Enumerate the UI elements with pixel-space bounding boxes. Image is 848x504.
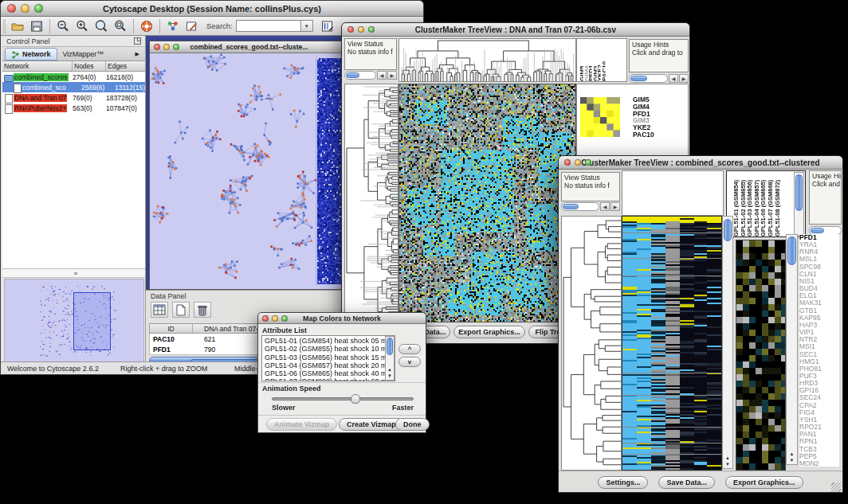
move-down-button[interactable]: v <box>398 357 421 367</box>
animate-vizmap-button[interactable]: Animate Vizmap <box>266 418 337 431</box>
minimize-icon[interactable] <box>358 26 364 33</box>
tv2-gene-scrollbar[interactable]: ▲▼ <box>786 234 798 465</box>
data-header-id[interactable]: ID <box>150 324 193 333</box>
attribute-item[interactable]: GPL51-04 (GSM857) heat shock 20 min <box>262 361 395 369</box>
scroll-right-icon[interactable]: ▶ <box>610 202 620 211</box>
network-row[interactable]: combined_sco2569(6)13112(15) <box>2 82 145 92</box>
network-view-titlebar[interactable]: combined_scores_good.txt--cluste... <box>150 41 348 53</box>
attribute-item[interactable]: GPL51-03 (GSM856) heat shock 15 min <box>262 354 395 361</box>
zoom-window-icon[interactable] <box>173 44 179 50</box>
minimize-icon[interactable] <box>272 315 278 322</box>
attribute-browser-button[interactable] <box>318 18 337 35</box>
move-up-button[interactable]: ^ <box>398 344 421 354</box>
tv2-usage-hints-panel: Usage Hints Click and <box>809 170 842 225</box>
zoom-window-icon[interactable] <box>281 315 288 322</box>
float-panel-icon[interactable] <box>134 37 141 45</box>
scroll-down-icon[interactable]: ▼ <box>723 461 732 467</box>
tv2-heatmap-canvas[interactable] <box>622 216 722 471</box>
scroll-right-icon[interactable]: ▶ <box>679 74 689 83</box>
slider-thumb[interactable] <box>351 394 360 404</box>
gene-label[interactable]: PAC10 <box>633 131 654 139</box>
annotation-button[interactable] <box>183 18 202 35</box>
scroll-left-icon[interactable]: ◀ <box>669 74 678 83</box>
network-row[interactable]: DNA and Tran 07769(0)183728(0) <box>2 92 145 103</box>
help-button[interactable] <box>137 18 156 35</box>
search-dropdown-button[interactable]: ▼ <box>301 20 313 32</box>
scroll-left-icon[interactable]: ◀ <box>377 71 387 80</box>
zoom-window-icon[interactable] <box>585 159 591 166</box>
minimize-icon[interactable] <box>163 44 170 50</box>
open-file-button[interactable] <box>8 18 27 35</box>
scroll-down-icon[interactable]: ▼ <box>787 457 797 463</box>
tv2-mini-heatmap-canvas[interactable] <box>736 240 786 471</box>
close-icon[interactable] <box>7 4 16 13</box>
treeview2-titlebar[interactable]: ClusterMaker TreeView : combined_scores_… <box>559 156 842 170</box>
scroll-up-icon[interactable]: ▲ <box>723 455 732 461</box>
delete-attribute-button[interactable] <box>194 302 211 318</box>
attribute-item[interactable]: GPL51-01 (GSM854) heat shock 05 min <box>262 337 395 345</box>
save-button[interactable] <box>27 18 46 35</box>
control-panel-title: Control Panel <box>6 37 50 45</box>
minimize-icon[interactable] <box>575 159 581 166</box>
scroll-up-icon[interactable]: ▲ <box>787 451 797 457</box>
header-network[interactable]: Network <box>2 61 73 71</box>
zoom-window-icon[interactable] <box>368 26 375 33</box>
scroll-right-icon[interactable]: ▶ <box>387 71 397 80</box>
close-icon[interactable] <box>564 159 571 166</box>
tv2-button-settings[interactable]: Settings... <box>598 476 648 489</box>
tv1-status-scrollbar[interactable]: ◀ ▶ <box>344 71 397 80</box>
scroll-up-icon[interactable]: ▲ <box>386 366 394 373</box>
tv1-usage-scrollbar[interactable]: ◀ ▶ <box>629 74 689 83</box>
resize-grip[interactable] <box>831 483 841 492</box>
close-icon[interactable] <box>154 44 160 50</box>
header-edges[interactable]: Edges <box>106 61 145 71</box>
select-attributes-button[interactable] <box>151 302 168 318</box>
main-titlebar[interactable]: Cytoscape Desktop (Session Name: collins… <box>1 1 423 17</box>
vizmapper-button[interactable] <box>163 18 183 35</box>
zoom-selected-button[interactable] <box>92 18 111 35</box>
zoom-out-button[interactable] <box>53 18 73 35</box>
close-icon[interactable] <box>262 315 269 322</box>
zoom-fit-button[interactable] <box>111 18 130 35</box>
gene-label[interactable]: MON2 <box>799 460 839 467</box>
animation-speed-slider[interactable] <box>272 397 414 400</box>
tv2-column-dendrogram-area[interactable] <box>622 170 724 216</box>
network-row[interactable]: combined_scores2764(0)16218(0) <box>2 72 145 82</box>
close-icon[interactable] <box>347 26 354 33</box>
zoom-in-button[interactable] <box>73 18 92 35</box>
tv1-mini-heatmap-canvas[interactable] <box>580 97 620 137</box>
scroll-left-icon[interactable]: ◀ <box>600 202 610 211</box>
tv1-heatmap-canvas[interactable] <box>398 84 576 322</box>
done-button[interactable]: Done <box>395 418 430 431</box>
tv1-column-dendrogram-canvas[interactable] <box>398 38 576 82</box>
network-canvas[interactable] <box>150 53 348 289</box>
minimize-icon[interactable] <box>21 4 29 13</box>
attribute-listbox[interactable]: GPL51-01 (GSM854) heat shock 05 minGPL51… <box>261 335 395 381</box>
network-overview-canvas[interactable] <box>4 279 144 363</box>
tv2-status-scrollbar[interactable]: ◀ ▶ <box>561 202 620 211</box>
tv2-row-dendrogram-canvas[interactable] <box>561 216 622 471</box>
search-input[interactable] <box>236 20 301 32</box>
attribute-item[interactable]: GPL51-07 (GSM868) heat shock 60 min <box>262 377 395 381</box>
tab-vizmapper[interactable]: VizMapper™ <box>57 48 110 61</box>
panel-splitter[interactable] <box>2 269 145 278</box>
dialog-titlebar[interactable]: Map Colors to Network <box>258 313 426 324</box>
header-nodes[interactable]: Nodes <box>73 61 106 71</box>
tv1-button-export-graphics[interactable]: Export Graphics... <box>453 326 525 338</box>
tab-overflow-button[interactable]: ▶ <box>130 48 145 61</box>
attribute-item[interactable]: GPL51-02 (GSM855) heat shock 10 min <box>262 345 395 353</box>
tv2-button-export-graphics[interactable]: Export Graphics... <box>725 476 803 489</box>
new-attribute-button[interactable] <box>172 302 190 318</box>
zoom-window-icon[interactable] <box>34 4 43 13</box>
tv2-collabels-scrollbar[interactable] <box>794 172 804 236</box>
network-row[interactable]: RNAPuberNov2+563(0)107847(0) <box>2 103 145 113</box>
tv2-heatmap-scrollbar[interactable]: ▲▼ <box>722 216 733 469</box>
attribute-item[interactable]: GPL51-06 (GSM865) heat shock 40 min <box>262 369 395 377</box>
create-vizmap-button[interactable]: Create Vizmap <box>339 418 404 431</box>
scroll-down-icon[interactable]: ▼ <box>386 373 394 379</box>
attribute-list-scrollbar[interactable]: ▲▼ <box>385 336 395 381</box>
tab-network[interactable]: Network <box>5 48 57 61</box>
treeview1-titlebar[interactable]: ClusterMaker TreeView : DNA and Tran 07-… <box>342 23 689 37</box>
tv1-row-dendrogram-canvas[interactable] <box>344 84 398 322</box>
tv2-button-save-data[interactable]: Save Data... <box>658 476 715 489</box>
